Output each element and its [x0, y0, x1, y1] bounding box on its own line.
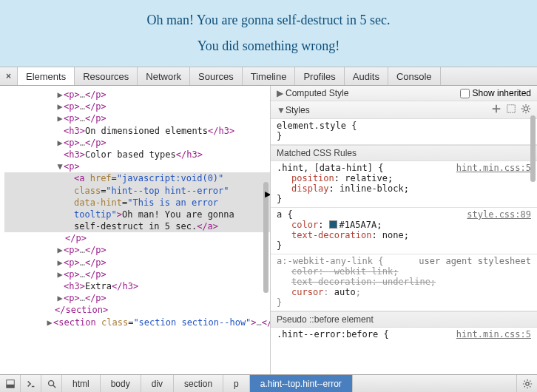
- tab-network[interactable]: Network: [138, 67, 190, 85]
- css-property-overridden[interactable]: color: -webkit-link;: [277, 266, 531, 277]
- css-property-overridden[interactable]: text-decoration: underline;: [277, 277, 531, 287]
- breadcrumb-item-active[interactable]: a.hint--top.hint--error: [250, 375, 353, 392]
- rule-source-link[interactable]: style.css:89: [467, 209, 531, 220]
- dom-node[interactable]: ▶<p>…</p>: [4, 112, 270, 124]
- devtools-main: ▶<p>…</p> ▶<p>…</p> ▶<p>…</p> <h3>On dim…: [0, 86, 537, 374]
- expand-arrow-icon[interactable]: ▶: [56, 112, 64, 124]
- pseudo-before-header: Pseudo ::before element: [271, 311, 537, 328]
- show-inherited-label: Show inherited: [473, 88, 531, 98]
- new-rule-icon[interactable]: [491, 104, 501, 116]
- dom-node[interactable]: ▶<p>…</p>: [4, 268, 270, 280]
- css-rule-ua[interactable]: user agent stylesheet a:-webkit-any-link…: [271, 254, 537, 311]
- breadcrumb-item[interactable]: body: [101, 375, 141, 392]
- css-rule[interactable]: hint.min.css:5 .hint--error:before {: [271, 328, 537, 342]
- tab-sources[interactable]: Sources: [190, 67, 243, 85]
- computed-style-section[interactable]: ▶ Computed Style Show inherited: [271, 86, 537, 101]
- tab-profiles[interactable]: Profiles: [295, 67, 344, 85]
- svg-point-4: [48, 380, 53, 385]
- show-inherited-checkbox[interactable]: [460, 89, 470, 98]
- dom-node[interactable]: ▶<section class="section section--how">……: [4, 317, 270, 328]
- css-property[interactable]: position: relative;: [277, 173, 531, 183]
- css-property[interactable]: display: inline-block;: [277, 183, 531, 194]
- css-property[interactable]: text-decoration: none;: [277, 230, 531, 240]
- expand-arrow-icon[interactable]: ▶: [56, 101, 64, 112]
- dom-node[interactable]: ▶<p>…</p>: [4, 89, 270, 101]
- dom-node[interactable]: ▼<p>: [4, 160, 270, 172]
- rule-source-label: user agent stylesheet: [419, 256, 531, 266]
- elements-dom-pane[interactable]: ▶<p>…</p> ▶<p>…</p> ▶<p>…</p> <h3>On dim…: [0, 86, 270, 374]
- tab-console[interactable]: Console: [388, 67, 441, 85]
- element-style-block[interactable]: element.style { }: [271, 119, 537, 145]
- collapse-arrow-icon[interactable]: ▼: [277, 105, 286, 115]
- expand-arrow-icon[interactable]: ▶: [56, 268, 64, 280]
- collapse-arrow-icon[interactable]: ▶: [277, 88, 286, 98]
- dom-node[interactable]: <h3>Extra</h3>: [4, 280, 270, 292]
- dom-node[interactable]: ▶<p>…</p>: [4, 101, 270, 112]
- selected-dom-node[interactable]: <a href="javascript:void(0)" class="hint…: [4, 172, 270, 232]
- svg-rect-0: [507, 105, 516, 113]
- matched-rules-header: Matched CSS Rules: [271, 145, 537, 161]
- breadcrumb-item[interactable]: html: [62, 375, 101, 392]
- expand-arrow-icon[interactable]: ▶: [56, 137, 64, 149]
- css-property[interactable]: cursor: auto;: [277, 287, 531, 297]
- search-button[interactable]: [41, 375, 62, 392]
- css-rule[interactable]: style.css:89 a { color: #1A5A7A; text-de…: [271, 208, 537, 254]
- expand-arrow-icon[interactable]: ▶: [46, 317, 53, 328]
- dom-node[interactable]: <h3>Color based types</h3>: [4, 149, 270, 160]
- rule-source-link[interactable]: hint.min.css:5: [456, 163, 531, 173]
- page-preview: Oh man! You are gonna self-destruct in 5…: [0, 0, 537, 67]
- styles-scrollbar[interactable]: [528, 86, 537, 374]
- dom-node[interactable]: ▶<p>…</p>: [4, 292, 270, 304]
- styles-section[interactable]: ▼ Styles: [271, 101, 537, 119]
- breadcrumb-item[interactable]: p: [223, 375, 250, 392]
- devtools-tabs: × Elements Resources Network Sources Tim…: [0, 67, 537, 86]
- dom-node[interactable]: ▶<p>…</p>: [4, 137, 270, 149]
- expand-arrow-icon[interactable]: ▶: [56, 244, 64, 256]
- expand-arrow-icon[interactable]: ▶: [56, 292, 64, 304]
- styles-sidebar: ▶ Computed Style Show inherited ▼ Styles…: [270, 86, 537, 374]
- breadcrumb-item[interactable]: section: [174, 375, 223, 392]
- color-swatch[interactable]: [329, 220, 337, 229]
- toggle-state-icon[interactable]: [506, 104, 516, 116]
- tooltip-line-2: You did something wrong!: [197, 38, 340, 54]
- close-devtools-button[interactable]: ×: [0, 67, 18, 85]
- rule-source-link[interactable]: hint.min.css:5: [456, 329, 531, 339]
- dock-toggle-button[interactable]: [0, 375, 21, 392]
- tooltip-line-1: Oh man! You are gonna self-destruct in 5…: [147, 13, 391, 28]
- tab-timeline[interactable]: Timeline: [243, 67, 296, 85]
- dom-node[interactable]: <h3>On dimensioned elements</h3>: [4, 125, 270, 137]
- tab-audits[interactable]: Audits: [345, 67, 388, 85]
- expand-arrow-icon[interactable]: ▶: [56, 257, 64, 268]
- breadcrumb-item[interactable]: div: [141, 375, 174, 392]
- svg-point-1: [524, 107, 527, 110]
- expand-arrow-icon[interactable]: ▶: [56, 89, 64, 101]
- console-toggle-button[interactable]: [21, 375, 41, 392]
- breadcrumb: html body div section p a.hint--top.hint…: [62, 375, 516, 392]
- svg-rect-3: [6, 384, 14, 387]
- tab-elements[interactable]: Elements: [18, 67, 75, 85]
- dom-node[interactable]: ▶<p>…</p>: [4, 257, 270, 268]
- dom-node[interactable]: ▶<p>…</p>: [4, 244, 270, 256]
- css-property[interactable]: color: #1A5A7A;: [277, 220, 531, 230]
- dom-scrollbar[interactable]: [261, 86, 270, 374]
- settings-gear-button[interactable]: [516, 375, 537, 392]
- status-bar: html body div section p a.hint--top.hint…: [0, 374, 537, 392]
- svg-point-5: [525, 382, 528, 385]
- css-rule[interactable]: hint.min.css:5 .hint, [data-hint] { posi…: [271, 161, 537, 208]
- dom-node[interactable]: </p>: [4, 232, 270, 244]
- dom-node[interactable]: </section>: [4, 304, 270, 316]
- tab-resources[interactable]: Resources: [75, 67, 138, 85]
- expand-arrow-icon[interactable]: ▼: [56, 160, 64, 172]
